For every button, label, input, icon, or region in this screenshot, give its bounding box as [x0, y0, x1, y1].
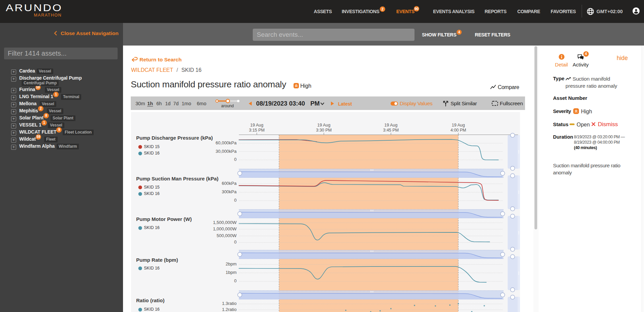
svg-text:3:30 PM: 3:30 PM [316, 128, 332, 133]
svg-text:SKID 16: SKID 16 [144, 191, 160, 196]
svg-text:1,500,000W: 1,500,000W [213, 220, 237, 225]
svg-text:600kPa: 600kPa [222, 181, 237, 186]
svg-text:0: 0 [234, 157, 237, 162]
svg-text:0: 0 [234, 278, 237, 283]
svg-text:19 Aug: 19 Aug [250, 123, 264, 127]
svg-text:0: 0 [234, 198, 237, 203]
svg-text:SKID 16: SKID 16 [144, 307, 160, 312]
svg-text:19 Aug: 19 Aug [385, 123, 398, 127]
svg-text:0: 0 [234, 239, 237, 245]
svg-text:19 Aug: 19 Aug [452, 123, 465, 127]
svg-text:SKID 16: SKID 16 [144, 266, 160, 271]
svg-text:SKID 16: SKID 16 [144, 151, 160, 155]
svg-text:60,000kPa: 60,000kPa [216, 140, 237, 145]
svg-text:4:00 PM: 4:00 PM [451, 128, 466, 133]
svg-text:19 Aug: 19 Aug [317, 123, 331, 127]
svg-text:3:45 PM: 3:45 PM [383, 128, 399, 133]
svg-text:SKID 15: SKID 15 [144, 185, 160, 190]
svg-text:1.3ratio: 1.3ratio [222, 301, 237, 306]
svg-text:Pump Discharge Pressure (kPa): Pump Discharge Pressure (kPa) [136, 135, 213, 141]
svg-text:Ratio (ratio): Ratio (ratio) [136, 297, 164, 303]
svg-text:2bpm: 2bpm [225, 261, 237, 266]
svg-text:SKID 15: SKID 15 [144, 144, 160, 149]
svg-text:30,000kPa: 30,000kPa [216, 149, 237, 154]
svg-text:1.2ratio: 1.2ratio [222, 307, 237, 312]
svg-text:Pump Motor Power (W): Pump Motor Power (W) [136, 216, 192, 222]
svg-text:500,000W: 500,000W [217, 233, 237, 238]
svg-text:SKID 16: SKID 16 [144, 225, 160, 230]
svg-text:Pump Suction Man Pressure (kPa: Pump Suction Man Pressure (kPa) [136, 176, 218, 181]
svg-text:1,000,000W: 1,000,000W [213, 226, 237, 231]
svg-text:300kPa: 300kPa [222, 189, 237, 194]
svg-text:1bpm: 1bpm [225, 270, 237, 275]
svg-text:Pump Rate (bpm): Pump Rate (bpm) [136, 257, 178, 263]
svg-text:3:15 PM: 3:15 PM [249, 128, 265, 133]
